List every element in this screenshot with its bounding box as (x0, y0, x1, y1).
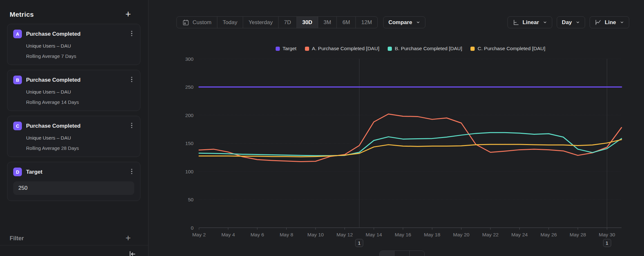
annotation-badge[interactable]: 1 (603, 239, 611, 247)
y-axis-label: 100 (185, 169, 194, 174)
metric-options-kebab-icon[interactable] (128, 167, 136, 176)
metric-measure: Unique Users – DAU (26, 89, 134, 95)
layout-chart-table-button[interactable] (394, 251, 409, 256)
x-axis-label: May 26 (541, 232, 557, 237)
metric-card-b[interactable]: B Purchase Completed Unique Users – DAU … (7, 70, 140, 111)
line-chart[interactable]: 050100150200250300May 2May 4May 6May 8Ma… (148, 0, 644, 256)
sidebar-header: Metrics + (0, 0, 148, 24)
sidebar-title: Metrics (10, 11, 34, 18)
metric-rolling-average: Rolling Average 28 Days (26, 145, 134, 151)
x-axis-label: May 8 (279, 232, 293, 237)
x-axis-label: May 20 (453, 232, 469, 237)
x-axis-label: May 24 (511, 232, 528, 237)
x-axis-label: May 14 (366, 232, 382, 237)
annotation-badge[interactable]: 1 (355, 239, 363, 247)
x-axis-label: May 12 (336, 232, 353, 237)
metric-rolling-average: Rolling Average 7 Days (26, 53, 134, 59)
metric-options-kebab-icon[interactable] (128, 29, 136, 38)
metric-card-header: B Purchase Completed (13, 76, 134, 84)
x-axis-label: May 16 (395, 232, 411, 237)
x-axis-label: May 10 (308, 232, 324, 237)
x-axis-label: May 30 (599, 232, 615, 237)
filter-label: Filter (10, 235, 24, 242)
filter-section: Filter + (10, 233, 133, 243)
metric-card-header: D Target (13, 168, 134, 176)
sidebar-divider (0, 245, 148, 245)
y-axis-label: 200 (185, 113, 194, 118)
metric-rolling-average: Rolling Average 14 Days (26, 99, 134, 105)
layout-table-button[interactable] (410, 251, 424, 256)
metric-options-kebab-icon[interactable] (128, 121, 136, 130)
metric-letter-badge: A (13, 30, 22, 38)
y-axis-label: 0 (191, 225, 194, 231)
metric-card-c[interactable]: C Purchase Completed Unique Users – DAU … (7, 116, 140, 157)
chart-panel: Custom Today Yesterday 7D 30D 3M 6M 12M … (148, 0, 644, 256)
metric-letter-badge: B (13, 76, 22, 84)
metric-card-header: A Purchase Completed (13, 30, 134, 38)
metric-letter-badge: C (13, 122, 22, 130)
metric-title: Purchase Completed (26, 31, 80, 37)
chart-layout-segmented-control (379, 251, 425, 256)
x-axis-label: May 6 (251, 232, 264, 237)
collapse-sidebar-icon[interactable] (128, 250, 137, 256)
x-axis-label: May 4 (221, 232, 235, 237)
app: Metrics + A Purchase Completed Unique Us… (0, 0, 644, 256)
x-axis-labels: May 2May 4May 6May 8May 10May 12May 14Ma… (192, 228, 615, 237)
series-lines (199, 87, 621, 162)
metric-card-a[interactable]: A Purchase Completed Unique Users – DAU … (7, 24, 140, 65)
target-card[interactable]: D Target (7, 162, 140, 201)
x-axis-label: May 28 (570, 232, 586, 237)
metric-letter-badge: D (13, 168, 22, 176)
series-line-b[interactable] (199, 133, 621, 156)
metric-card-header: C Purchase Completed (13, 122, 134, 130)
y-axis-label: 300 (185, 56, 194, 62)
metric-title: Purchase Completed (26, 123, 80, 129)
annotation-lines (359, 59, 607, 228)
metric-measure: Unique Users – DAU (26, 43, 134, 49)
target-value-input[interactable] (13, 181, 134, 195)
y-axis-label: 150 (185, 141, 194, 146)
metric-measure: Unique Users – DAU (26, 135, 134, 141)
y-axis-label: 50 (188, 197, 194, 202)
gridlines: 050100150200250300 (185, 56, 621, 231)
x-axis-label: May 18 (424, 232, 440, 237)
y-axis-label: 250 (185, 84, 194, 90)
add-filter-button[interactable]: + (124, 233, 133, 242)
metric-title: Purchase Completed (26, 77, 80, 83)
add-metric-button[interactable]: + (124, 10, 133, 19)
metrics-sidebar: Metrics + A Purchase Completed Unique Us… (0, 0, 148, 256)
target-title: Target (26, 169, 43, 175)
x-axis-label: May 22 (482, 232, 499, 237)
x-axis-label: May 2 (192, 232, 206, 237)
layout-chart-button[interactable] (380, 251, 394, 256)
metric-options-kebab-icon[interactable] (128, 75, 136, 84)
